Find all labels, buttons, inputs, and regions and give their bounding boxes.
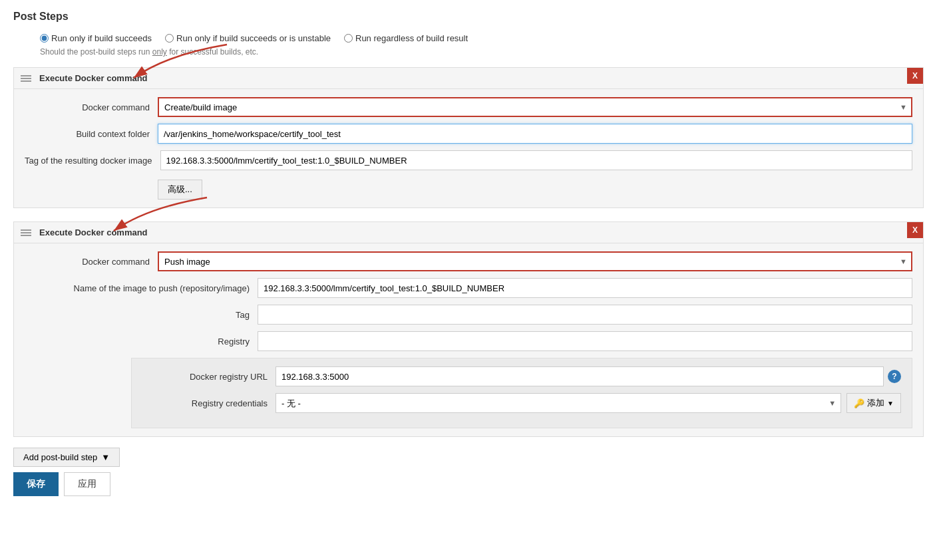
block2-registry-label: Registry — [25, 337, 258, 347]
block1-title: Execute Docker command — [39, 73, 148, 83]
drag-handle-1[interactable] — [21, 75, 31, 82]
radio-option-3[interactable]: Run regardless of build result — [344, 33, 468, 43]
block2-command-select[interactable]: Create/build image Push image Start cont… — [158, 251, 912, 271]
radio-option-1[interactable]: Run only if build succeeds — [40, 33, 152, 43]
registry-cred-label: Registry credentials — [142, 398, 276, 408]
block2-body: Docker command Create/build image Push i… — [14, 243, 923, 436]
block1-context-label: Build context folder — [25, 129, 158, 139]
add-btn-label: 添加 — [867, 397, 884, 409]
block2-header: Execute Docker command — [14, 222, 923, 243]
block1-tag-row: Tag of the resulting docker image — [25, 150, 912, 170]
registry-section: Docker registry URL ? Registry credentia… — [131, 358, 912, 428]
cred-select-wrapper: - 无 - ▼ — [276, 393, 841, 413]
credentials-wrapper: - 无 - ▼ 🔑 添加 ▼ — [276, 393, 901, 413]
block2-title: Execute Docker command — [39, 227, 148, 237]
block2-command-select-wrapper: Create/build image Push image Start cont… — [158, 251, 912, 271]
block1-context-row: Build context folder — [25, 124, 912, 144]
docker-block-1: Execute Docker command X Docker command … — [13, 67, 924, 208]
block2-close-button[interactable]: X — [907, 222, 923, 238]
registry-url-label: Docker registry URL — [142, 372, 276, 382]
key-icon: 🔑 — [854, 398, 864, 408]
save-apply-bar: 保存 应用 — [13, 472, 924, 496]
block2-imagename-label: Name of the image to push (repository/im… — [25, 283, 258, 293]
block2-tag-input[interactable] — [258, 305, 912, 325]
block1-command-row: Docker command Create/build image Push i… — [25, 97, 912, 117]
block2-registry-row: Registry — [25, 331, 912, 351]
save-button[interactable]: 保存 — [13, 472, 59, 496]
block1-close-button[interactable]: X — [907, 68, 923, 84]
block1-context-input[interactable] — [158, 124, 912, 144]
block1-command-select[interactable]: Create/build image Push image Start cont… — [158, 97, 912, 117]
block2-tag-row: Tag — [25, 305, 912, 325]
action-bar: Add post-build step ▼ — [13, 448, 924, 467]
page-title: Post Steps — [13, 11, 924, 23]
docker-block-2: Execute Docker command X Docker command … — [13, 221, 924, 437]
drag-handle-2[interactable] — [21, 229, 31, 236]
block2-tag-label: Tag — [25, 310, 258, 320]
block1-command-select-wrapper: Create/build image Push image Start cont… — [158, 97, 912, 117]
add-btn-dropdown-icon: ▼ — [887, 400, 894, 407]
block2-imagename-input[interactable] — [258, 278, 912, 298]
add-post-build-step-button[interactable]: Add post-build step ▼ — [13, 448, 120, 467]
radio-label-2: Run only if build succeeds or is unstabl… — [176, 33, 331, 43]
radio-hint: Should the post-build steps run only for… — [13, 47, 924, 57]
add-step-arrow-icon: ▼ — [101, 452, 110, 462]
registry-url-row: Docker registry URL ? — [142, 366, 901, 386]
radio-option-2[interactable]: Run only if build succeeds or is unstabl… — [165, 33, 331, 43]
block1-body: Docker command Create/build image Push i… — [14, 89, 923, 208]
block1-header: Execute Docker command — [14, 68, 923, 89]
radio-label-1: Run only if build succeeds — [51, 33, 152, 43]
block2-command-label: Docker command — [25, 257, 158, 267]
registry-url-input[interactable] — [276, 366, 884, 386]
block2-command-row: Docker command Create/build image Push i… — [25, 251, 912, 271]
registry-cred-row: Registry credentials - 无 - ▼ 🔑 添加 ▼ — [142, 393, 901, 413]
add-credentials-button[interactable]: 🔑 添加 ▼ — [846, 393, 901, 413]
block1-command-label: Docker command — [25, 102, 158, 112]
registry-url-help-icon[interactable]: ? — [888, 370, 901, 383]
block1-tag-label: Tag of the resulting docker image — [25, 156, 160, 166]
block2-registry-input[interactable] — [258, 331, 912, 351]
cred-select[interactable]: - 无 - — [276, 393, 841, 413]
add-step-label: Add post-build step — [23, 452, 97, 462]
block1-advanced-button[interactable]: 高级... — [158, 180, 202, 200]
radio-label-3: Run regardless of build result — [355, 33, 468, 43]
block2-imagename-row: Name of the image to push (repository/im… — [25, 278, 912, 298]
apply-button[interactable]: 应用 — [64, 472, 110, 496]
run-condition-group: Run only if build succeeds Run only if b… — [13, 33, 924, 43]
block1-tag-input[interactable] — [160, 150, 913, 170]
